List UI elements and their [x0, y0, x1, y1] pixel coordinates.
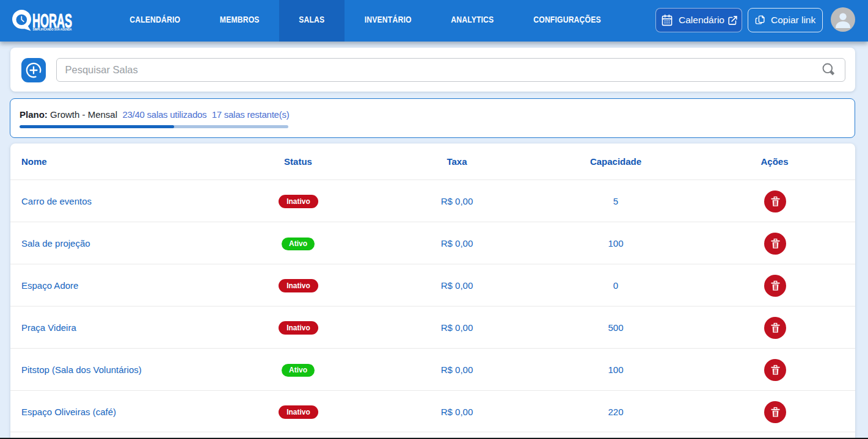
svg-text:SIMPLIFICANDO SUA AGENDA: SIMPLIFICANDO SUA AGENDA: [33, 27, 73, 31]
